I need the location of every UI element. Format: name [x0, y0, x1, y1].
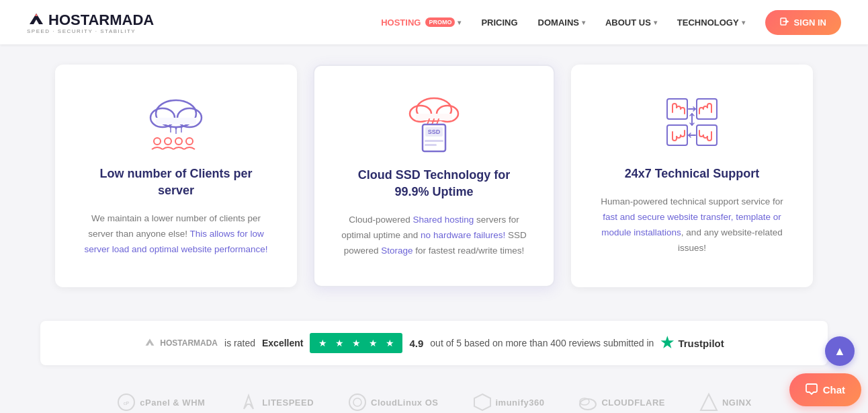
feature-cards: Low number of Clients per server We main…	[40, 65, 828, 287]
logo-subtitle: SPEED · SECURITY · STABILITY	[27, 28, 136, 34]
chevron-down-icon: ▾	[582, 19, 585, 26]
card-cloud-ssd: SSD Cloud SSD Technology for 99.9% Uptim…	[313, 65, 555, 287]
svg-rect-7	[156, 118, 196, 124]
card-low-clients: Low number of Clients per server We main…	[55, 65, 297, 287]
svg-marker-34	[146, 339, 155, 346]
nginx-icon	[699, 392, 719, 412]
svg-point-14	[154, 138, 161, 145]
logo-icon	[27, 11, 46, 30]
partner-imunify: imunify360	[472, 392, 545, 412]
card-title-cloud-ssd: Cloud SSD Technology for 99.9% Uptime	[341, 167, 527, 200]
svg-point-17	[186, 138, 193, 145]
card-desc-cloud-ssd: Cloud-powered Shared hosting servers for…	[341, 213, 527, 259]
trust-is-rated: is rated	[224, 338, 255, 348]
star-5: ★	[382, 336, 397, 350]
trustpilot-label: Trustpilot	[678, 338, 724, 349]
partner-cloudlinux: CloudLinux OS	[347, 392, 438, 412]
scroll-top-button[interactable]: ▲	[825, 336, 855, 366]
partner-cpanel: cP cPanel & WHM	[116, 392, 205, 412]
trust-excellent: Excellent	[262, 338, 303, 348]
card-desc-support: Human-powered technical support service …	[598, 194, 786, 256]
logo-text: HOSTARMADA	[48, 11, 154, 29]
trustpilot-bar: HOSTARMADA is rated Excellent ★ ★ ★ ★ ★ …	[40, 321, 828, 365]
cpanel-icon: cP	[116, 392, 136, 412]
star-3: ★	[349, 336, 363, 350]
nav-domains[interactable]: DOMAINS ▾	[538, 17, 585, 28]
trust-out-of: out of 5 based on more than 400 reviews …	[430, 338, 654, 348]
main-content: Low number of Clients per server We main…	[0, 44, 868, 413]
trust-logo-text: HOSTARMADA	[160, 338, 218, 348]
trust-score: 4.9	[409, 338, 423, 349]
chat-button[interactable]: Chat	[789, 373, 861, 406]
partner-cloudflare: CLOUDFLARE	[578, 392, 665, 412]
nav-pricing-label: PRICING	[481, 17, 517, 28]
chevron-down-icon: ▾	[742, 19, 745, 26]
card-support: 24x7 Technical Support Human-powered tec…	[571, 65, 813, 287]
svg-point-38	[349, 394, 365, 410]
imunify-icon	[472, 392, 492, 412]
nav-hosting-label: HOSTING	[381, 17, 421, 28]
main-nav: HOSTING PROMO ▾ PRICING DOMAINS ▾ ABOUT …	[381, 10, 841, 35]
cloudlinux-icon	[347, 392, 367, 412]
star-1: ★	[315, 336, 330, 350]
nav-domains-label: DOMAINS	[538, 17, 579, 28]
svg-rect-29	[425, 144, 437, 146]
chevron-down-icon: ▾	[458, 19, 461, 26]
card-desc-low-clients: We maintain a lower number of clients pe…	[82, 211, 270, 258]
svg-text:cP: cP	[124, 401, 130, 406]
svg-text:SSD: SSD	[428, 128, 441, 135]
card-icon-support	[598, 91, 786, 152]
svg-point-39	[353, 398, 361, 406]
chat-icon	[806, 383, 818, 397]
svg-marker-1	[35, 13, 38, 16]
nav-hosting[interactable]: HOSTING PROMO ▾	[381, 17, 461, 28]
svg-rect-28	[425, 140, 443, 142]
svg-point-16	[175, 138, 182, 145]
chevron-up-icon: ▲	[834, 344, 846, 359]
hostarmada-trust-logo: HOSTARMADA	[144, 337, 218, 349]
card-title-low-clients: Low number of Clients per server	[82, 165, 270, 199]
signin-icon	[780, 17, 789, 28]
nav-tech-label: TECHNOLOGY	[677, 17, 739, 28]
card-title-support: 24x7 Technical Support	[598, 165, 786, 182]
litespeed-icon	[238, 392, 259, 412]
nav-pricing[interactable]: PRICING	[481, 17, 517, 28]
promo-badge: PROMO	[425, 17, 455, 27]
cloudflare-icon	[578, 392, 598, 412]
svg-marker-37	[244, 396, 253, 409]
chat-label: Chat	[823, 384, 845, 396]
logo[interactable]: HOSTARMADA SPEED · SECURITY · STABILITY	[27, 11, 154, 34]
partner-litespeed: LITESPEED	[238, 392, 314, 412]
card-icon-cloud-users	[82, 91, 270, 152]
trustpilot-stars: ★ ★ ★ ★ ★	[310, 333, 402, 353]
star-4: ★	[365, 336, 380, 350]
nav-about-label: ABOUT US	[605, 17, 651, 28]
svg-marker-40	[474, 394, 490, 410]
nav-technology[interactable]: TECHNOLOGY ▾	[677, 17, 745, 28]
card-icon-ssd: SSD	[341, 93, 527, 153]
trustpilot-logo: ★ Trustpilot	[660, 334, 724, 352]
header: HOSTARMADA SPEED · SECURITY · STABILITY …	[0, 0, 868, 44]
nav-about-us[interactable]: ABOUT US ▾	[605, 17, 657, 28]
partners-row: cP cPanel & WHM LITESPEED CloudLinux OS …	[40, 392, 828, 412]
star-2: ★	[332, 336, 347, 350]
partner-nginx: NGINX	[699, 392, 752, 412]
signin-label: SIGN IN	[794, 17, 826, 28]
svg-point-15	[165, 138, 171, 145]
svg-marker-43	[701, 394, 717, 410]
chevron-down-icon: ▾	[654, 19, 657, 26]
signin-button[interactable]: SIGN IN	[765, 10, 841, 35]
